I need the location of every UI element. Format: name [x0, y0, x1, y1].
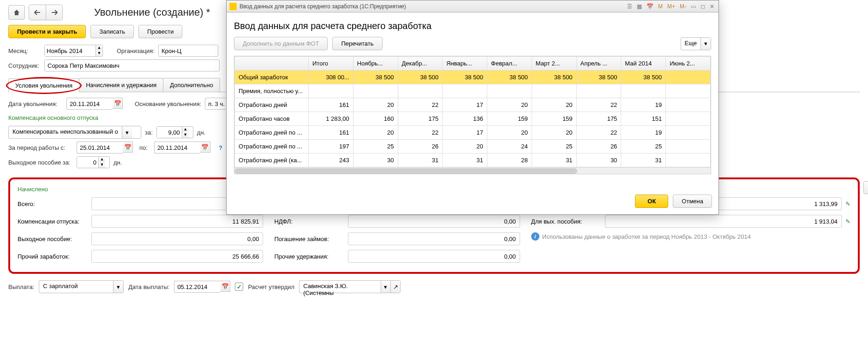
pay-label: Выплата:	[8, 283, 34, 290]
avg-earnings-modal: Ввод данных для расчета среднего заработ…	[226, 0, 719, 215]
chevron-down-icon[interactable]: ▾	[700, 38, 711, 50]
table-row[interactable]: Отработано дней по ...19725262024252625	[235, 140, 711, 153]
approved-by-select[interactable]: Савинская З.Ю. (Системны ▾ ↗	[299, 280, 401, 293]
approved-checkbox[interactable]: ✓	[235, 283, 243, 291]
calendar-icon[interactable]: 📅	[113, 98, 123, 109]
accrued-comp[interactable]	[91, 215, 263, 228]
home-button[interactable]	[8, 5, 25, 20]
period-to-input[interactable]	[154, 142, 200, 153]
reread-button[interactable]: Перечитать	[332, 37, 382, 50]
more-button[interactable]: Еще ▾	[681, 37, 711, 50]
tab-accruals[interactable]: Начисления и удержания	[79, 78, 163, 92]
employee-input[interactable]	[44, 59, 220, 71]
table-row[interactable]: Отработано дней (ка...24330313128313031	[235, 153, 711, 167]
employee-label: Сотрудник:	[8, 62, 41, 69]
tab-additional[interactable]: Дополнительно	[163, 78, 220, 92]
table-row[interactable]: Отработано дней по ...16120221720202219	[235, 126, 711, 140]
month-input[interactable]: ▲▼	[44, 45, 103, 57]
table-header[interactable]: Апрель ...	[576, 57, 621, 71]
calendar-icon[interactable]: 📅	[200, 142, 210, 153]
calendar-icon[interactable]: 📅	[220, 281, 230, 292]
dismissal-date-label: Дата увольнения:	[8, 100, 63, 107]
step-up-icon[interactable]: ▲	[96, 45, 102, 51]
cancel-button[interactable]: Отмена	[673, 195, 712, 208]
page-title: Увольнение (создание) *	[94, 6, 210, 18]
nav-back-button[interactable]	[29, 5, 46, 20]
approved-label: Расчет утвердил	[248, 283, 294, 290]
table-row[interactable]: Отработано часов1 283,001601751361591591…	[235, 112, 711, 126]
period-from-input[interactable]	[77, 142, 123, 153]
tab-conditions[interactable]: Условия увольнения	[8, 78, 79, 92]
ok-button[interactable]: ОК	[635, 195, 668, 208]
accrued-other[interactable]	[91, 250, 263, 263]
avg-sev[interactable]	[605, 215, 842, 228]
table-row[interactable]: Общий заработок308 00...38 50038 50038 5…	[235, 71, 711, 84]
withheld-loan[interactable]	[348, 232, 520, 245]
modal-title: Ввод данных для расчета среднего заработ…	[234, 21, 711, 31]
refresh-button[interactable]	[863, 181, 868, 194]
earnings-table[interactable]: ИтогоНоябрь...Декабр...Январь...Феврал..…	[234, 56, 711, 167]
dn-label: дн.	[197, 129, 205, 136]
po-label: по:	[139, 144, 148, 151]
post-button[interactable]: Провести	[138, 25, 183, 38]
table-header[interactable]: Январь...	[443, 57, 487, 71]
nav-forward-button[interactable]	[46, 5, 62, 20]
table-header[interactable]	[235, 57, 309, 71]
tb-icon-3[interactable]: 📅	[645, 3, 655, 10]
dismissal-basis-label: Основание увольнения:	[135, 100, 201, 107]
open-icon[interactable]: ↗	[390, 281, 400, 293]
table-header[interactable]: Феврал...	[487, 57, 532, 71]
calendar-icon[interactable]: 📅	[123, 142, 133, 153]
org-label: Организация:	[117, 47, 155, 54]
info-icon: i	[531, 232, 539, 241]
pencil-icon[interactable]: ✎	[842, 218, 850, 225]
withheld-ndfl[interactable]	[348, 215, 520, 228]
dismissal-date-input[interactable]	[66, 98, 113, 110]
app-icon	[229, 3, 237, 10]
org-input[interactable]	[158, 45, 218, 57]
compensation-mode-select[interactable]: Компенсировать неиспользованный о ▾	[8, 126, 141, 139]
modal-titlebar-text: Ввод данных для расчета среднего заработ…	[239, 3, 623, 10]
tb-icon-2[interactable]: ▦	[635, 3, 643, 10]
paydate-label: Дата выплаты:	[128, 283, 169, 290]
chevron-down-icon[interactable]: ▾	[113, 281, 123, 293]
horizontal-scrollbar[interactable]	[234, 167, 711, 174]
post-and-close-button[interactable]: Провести и закрыть	[8, 25, 86, 38]
maximize-icon[interactable]: ◻	[699, 3, 706, 10]
fill-fot-button[interactable]: Дополнить по данным ФОТ	[234, 37, 328, 50]
table-header[interactable]: Декабр...	[398, 57, 443, 71]
table-header[interactable]: Итого	[309, 57, 353, 71]
tb-m[interactable]: M	[657, 3, 664, 10]
severance-label: Выходное пособие за:	[8, 159, 73, 166]
help-icon[interactable]: ?	[219, 144, 222, 151]
pencil-icon[interactable]: ✎	[842, 201, 850, 207]
tb-icon-1[interactable]: ☰	[626, 3, 634, 10]
table-header[interactable]: Май 2014	[621, 57, 666, 71]
avg-note: i Использованы данные о заработке за пер…	[531, 232, 850, 241]
table-row[interactable]: Отработано дней16120221720202219	[235, 98, 711, 112]
table-header[interactable]: Ноябрь...	[353, 57, 398, 71]
accrued-sev[interactable]	[91, 232, 263, 245]
pay-mode-select[interactable]: С зарплатой ▾	[39, 280, 124, 293]
tb-mminus[interactable]: M-	[678, 3, 688, 10]
comp-days-input[interactable]: ▲▼	[156, 126, 193, 138]
table-row[interactable]: Премия, полностью у...	[235, 84, 711, 98]
period-label: За период работы с:	[8, 144, 73, 151]
chevron-down-icon[interactable]: ▾	[122, 126, 132, 138]
close-icon[interactable]: ✕	[708, 3, 716, 10]
step-down-icon[interactable]: ▼	[96, 51, 102, 56]
withheld-other[interactable]	[348, 250, 520, 263]
paydate-input[interactable]	[174, 281, 220, 293]
tb-mplus[interactable]: M+	[666, 3, 676, 10]
save-button[interactable]: Записать	[90, 25, 134, 38]
minimize-icon[interactable]: ▭	[689, 3, 697, 10]
table-header[interactable]: Июнь 2...	[666, 57, 711, 71]
chevron-down-icon[interactable]: ▾	[381, 281, 390, 293]
month-label: Месяц:	[8, 47, 41, 54]
table-header[interactable]: Март 2...	[532, 57, 576, 71]
za-label: за:	[145, 129, 153, 136]
severance-days-input[interactable]: ▲▼	[77, 156, 110, 168]
